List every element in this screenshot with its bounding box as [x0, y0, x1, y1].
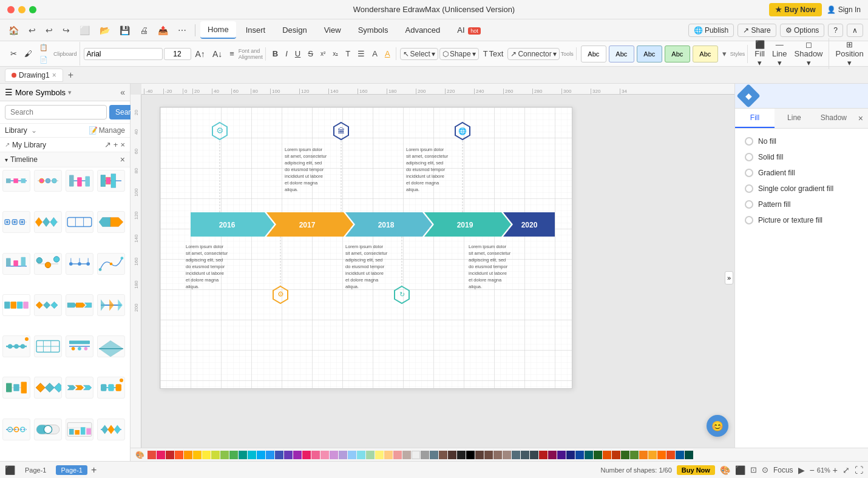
- more-button[interactable]: ⋯: [174, 23, 190, 38]
- gradient-fill-option[interactable]: Gradient fill: [742, 165, 861, 181]
- line-dropdown-button[interactable]: — Line ▾: [769, 38, 790, 69]
- position-button[interactable]: ⊞ Position ▾: [833, 38, 867, 69]
- font-color-button[interactable]: A: [369, 47, 381, 60]
- style-sample-5[interactable]: Abc: [693, 45, 718, 62]
- color-swatch[interactable]: [557, 451, 566, 459]
- shape-thumb-12[interactable]: [97, 253, 125, 275]
- fullscreen-button[interactable]: ⛶: [855, 465, 863, 475]
- fill-dropdown-button[interactable]: ⬛ Fill ▾: [751, 38, 768, 69]
- home-icon[interactable]: 🏠: [5, 23, 22, 38]
- pattern-fill-option[interactable]: Pattern fill: [742, 197, 861, 212]
- close-library-button[interactable]: ×: [120, 140, 125, 149]
- export-library-button[interactable]: ↗: [104, 140, 111, 149]
- list-button[interactable]: ☰: [354, 47, 368, 60]
- save-button[interactable]: 💾: [116, 23, 134, 38]
- shape-thumb-20[interactable]: [97, 335, 125, 357]
- share-button[interactable]: ↗ Share: [737, 24, 776, 37]
- play-button[interactable]: ▶: [798, 465, 805, 475]
- shape-thumb-6[interactable]: [34, 211, 62, 233]
- style-sample-4[interactable]: Abc: [665, 45, 690, 62]
- minimize-button[interactable]: [18, 6, 25, 13]
- font-size-input[interactable]: [164, 48, 191, 60]
- close-button[interactable]: [7, 6, 15, 13]
- shape-thumb-5[interactable]: [2, 211, 30, 233]
- close-timeline-button[interactable]: ×: [120, 155, 125, 164]
- fill-tab[interactable]: Fill: [735, 109, 775, 128]
- page-tab-1[interactable]: Page-1: [19, 465, 52, 475]
- color-swatch[interactable]: [603, 451, 611, 459]
- page-tab-1-active[interactable]: Page-1: [56, 465, 87, 475]
- color-swatch[interactable]: [475, 451, 484, 459]
- zoom-out-button[interactable]: −: [810, 465, 815, 475]
- subscript-button[interactable]: x₂: [330, 49, 341, 59]
- color-swatch[interactable]: [503, 451, 511, 459]
- more-styles-button[interactable]: ▾: [720, 48, 729, 59]
- shape-thumb-28[interactable]: [97, 419, 125, 440]
- shape-thumb-9[interactable]: [2, 253, 30, 275]
- redo-button[interactable]: ↪: [59, 23, 73, 38]
- color-swatch[interactable]: [366, 451, 375, 459]
- color-swatch[interactable]: [220, 451, 229, 459]
- open-button[interactable]: 📂: [96, 23, 114, 38]
- shape-thumb-18[interactable]: [34, 335, 62, 357]
- color-swatch[interactable]: [457, 451, 466, 459]
- menu-tab-advanced[interactable]: Advanced: [398, 22, 447, 38]
- color-swatch[interactable]: [466, 451, 475, 459]
- zoom-in-button[interactable]: +: [833, 465, 838, 475]
- shape-thumb-21[interactable]: [2, 377, 30, 399]
- shape-thumb-24[interactable]: [97, 377, 125, 399]
- add-page-button[interactable]: +: [91, 465, 97, 476]
- superscript-button[interactable]: x²: [317, 49, 328, 59]
- shape-thumb-4[interactable]: [97, 170, 125, 192]
- strikethrough-button[interactable]: S: [305, 47, 316, 60]
- color-swatch[interactable]: [302, 451, 311, 459]
- ai-assistant-button[interactable]: 😊: [707, 415, 728, 437]
- maximize-button[interactable]: [29, 6, 36, 13]
- color-swatch[interactable]: [539, 451, 548, 459]
- color-swatch[interactable]: [257, 451, 265, 459]
- color-swatch[interactable]: [166, 451, 174, 459]
- color-swatch[interactable]: [339, 451, 347, 459]
- color-swatch[interactable]: [630, 451, 639, 459]
- shape-thumb-14[interactable]: [34, 294, 62, 316]
- shape-thumb-8[interactable]: [97, 211, 125, 233]
- shape-thumb-19[interactable]: [66, 335, 93, 357]
- add-library-button[interactable]: +: [114, 140, 118, 149]
- color-swatch[interactable]: [229, 451, 238, 459]
- copy-format-button[interactable]: 🖌: [21, 47, 35, 60]
- no-fill-option[interactable]: No fill: [742, 133, 861, 149]
- color-swatch[interactable]: [666, 451, 675, 459]
- color-swatch[interactable]: [484, 451, 493, 459]
- bold-button[interactable]: B: [270, 47, 281, 60]
- color-swatch[interactable]: [621, 451, 629, 459]
- shape-thumb-2[interactable]: [34, 170, 62, 192]
- menu-tab-view[interactable]: View: [317, 22, 348, 38]
- color-picker-icon[interactable]: 🎨: [720, 465, 730, 475]
- color-swatch[interactable]: [676, 451, 684, 459]
- layers-button[interactable]: ⬛: [735, 465, 745, 475]
- shadow-tab[interactable]: Shadow: [814, 109, 853, 128]
- shape-thumb-17[interactable]: [2, 335, 30, 357]
- color-swatch[interactable]: [311, 451, 320, 459]
- text-style-button[interactable]: T: [342, 47, 353, 60]
- expand-button[interactable]: ⤢: [843, 465, 850, 475]
- search-input[interactable]: [5, 105, 107, 120]
- font-name-input[interactable]: [84, 48, 163, 60]
- style-sample-1[interactable]: Abc: [581, 45, 606, 62]
- color-swatch[interactable]: [648, 451, 657, 459]
- highlight-button[interactable]: A: [382, 47, 393, 60]
- decrease-font-button[interactable]: A↓: [209, 47, 225, 61]
- color-swatch[interactable]: [293, 451, 302, 459]
- shape-tool-button[interactable]: ⬡ Shape ▾: [439, 48, 479, 60]
- menu-tab-home[interactable]: Home: [200, 21, 236, 39]
- color-swatch[interactable]: [493, 451, 502, 459]
- shape-thumb-25[interactable]: [2, 419, 30, 440]
- color-swatch[interactable]: [594, 451, 602, 459]
- color-swatch[interactable]: [147, 451, 156, 459]
- shape-thumb-22[interactable]: [34, 377, 62, 399]
- color-swatch[interactable]: [275, 451, 283, 459]
- add-drawing-button[interactable]: +: [66, 70, 76, 81]
- italic-button[interactable]: I: [282, 47, 291, 60]
- color-swatch[interactable]: [330, 451, 338, 459]
- drawing-area[interactable]: ⚙ 🏛 🌐 Lorem ipsum dolor sit amet, consec…: [160, 107, 572, 389]
